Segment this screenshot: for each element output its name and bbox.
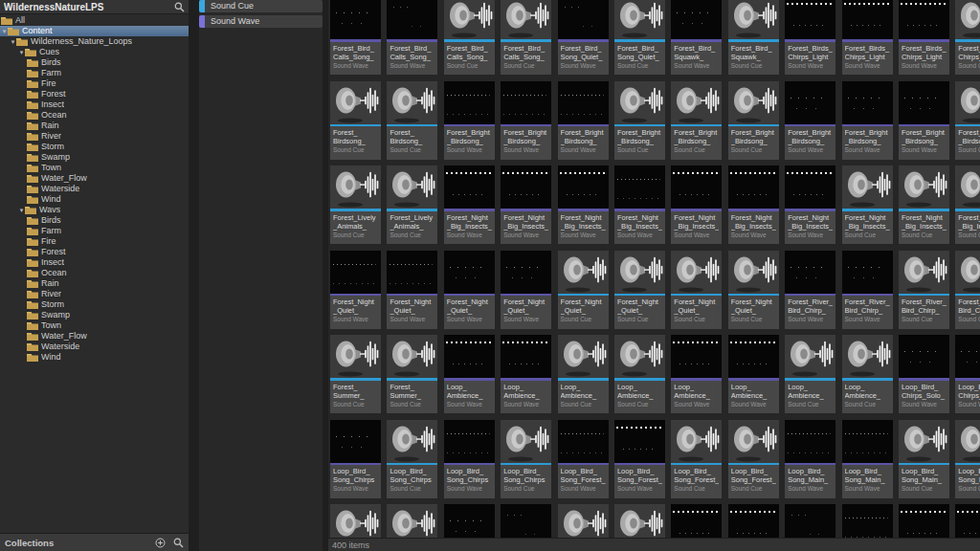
asset-tile[interactable]: Forest_Night _Big_Insects_ Sound Wave	[501, 165, 551, 244]
asset-tile[interactable]: Forest_ Summer_ Sound Cue	[330, 335, 381, 413]
asset-tile[interactable]: Loop_Bird_ Song_Chirps Sound Wave	[330, 420, 381, 498]
asset-tile[interactable]: Loop_Bird_ Song_Main_ Sound Wave	[785, 420, 835, 498]
asset-tile[interactable]: Forest_Night _Big_Insects_ Sound Wave	[558, 165, 609, 244]
asset-tile[interactable]: Loop_ Ambience_ Sound Wave	[444, 335, 495, 413]
tree-item-wind[interactable]: Wind	[0, 352, 189, 363]
asset-tile[interactable]: Loop_ Ambience_ Sound Cue	[842, 335, 893, 413]
asset-tile[interactable]: Loop_ Ambience_ Sound Wave	[728, 335, 779, 413]
asset-tile[interactable]: Forest_Bright _Birdsong_ Sound Wave	[558, 81, 609, 160]
asset-tile[interactable]: Forest_Bird_ Song_Quiet_ Sound Cue	[614, 0, 665, 75]
asset-tile[interactable]: Forest_River_ Bird_Chirp_ Sound Cue	[899, 251, 949, 329]
chevron-down-icon[interactable]: ▾	[10, 36, 16, 47]
asset-tile[interactable]: Forest_River_ Bird_Chirp_ Sound Cue	[955, 251, 980, 329]
asset-tile[interactable]: Loop_Bird_ Song_Chirps Sound Wave	[444, 420, 495, 498]
asset-tile[interactable]: Forest_Night _Big_Insects_ Sound Wave	[785, 165, 835, 244]
tree-item-birds[interactable]: Birds	[0, 215, 189, 226]
tree-item-cues[interactable]: ▾ Cues	[0, 47, 189, 57]
tree-item-fire[interactable]: Fire	[0, 78, 189, 89]
asset-tile[interactable]: Loop_Bird_ Song_Chirps Sound Cue	[501, 420, 551, 498]
asset-tile[interactable]: Forest_Night _Big_Insects_ Sound Cue	[899, 165, 949, 244]
tree-item-ocean[interactable]: Ocean	[0, 268, 189, 278]
asset-tile[interactable]: Loop_Bird_ Song_Forest_ Sound Wave	[558, 420, 609, 498]
asset-tile[interactable]: Forest_Night _Quiet_ Sound Cue	[728, 251, 779, 329]
asset-tile[interactable]: Forest_Night _Quiet_ Sound Cue	[671, 251, 722, 329]
asset-tile[interactable]: Forest_Bird_ Calls_Song_ Sound Wave	[330, 0, 381, 75]
asset-tile[interactable]: Forest_Bird_ Calls_Song_ Sound Cue	[501, 0, 551, 75]
tree-item-insect[interactable]: Insect	[0, 99, 189, 110]
asset-tile[interactable]: Forest_Bright _Birdsong_ Sound Wave	[785, 81, 835, 160]
asset-tile[interactable]: Loop_ Ambience_ Sound Cue	[558, 335, 609, 413]
tree-item-farm[interactable]: Farm	[0, 226, 189, 236]
tree-item-fire[interactable]: Fire	[0, 236, 189, 247]
tree-item-river[interactable]: River	[0, 289, 189, 299]
collections-search-icon[interactable]	[173, 538, 184, 548]
filter-chip-sound-cue[interactable]: Sound Cue	[199, 0, 323, 12]
asset-tile[interactable]: Forest_Bright _Birdsong_ Sound Cue	[728, 81, 779, 160]
tree-item-waterside[interactable]: Waterside	[0, 184, 189, 194]
asset-tile[interactable]: Forest_River_ Bird_Chirp_ Sound Wave	[842, 251, 893, 329]
add-collection-icon[interactable]	[155, 538, 166, 548]
asset-tile[interactable]: Loop_Bird_ Song_Chirps Sound Cue	[387, 420, 437, 498]
asset-tile[interactable]: Forest_Bright _Birdsong_ Sound Cue	[955, 81, 980, 160]
asset-tile[interactable]: Loop_Bird_ Song_Forest_ Sound Cue	[671, 420, 722, 498]
tree-item-water_flow[interactable]: Water_Flow	[0, 331, 189, 342]
tree-item-ocean[interactable]: Ocean	[0, 110, 189, 121]
asset-tile[interactable]: Forest_Night _Big_Insects_ Sound Cue	[842, 165, 893, 244]
asset-tile[interactable]: Forest_Night _Big_Insects_ Sound Wave	[444, 165, 495, 244]
tree-item-water_flow[interactable]: Water_Flow	[0, 173, 189, 184]
asset-tile[interactable]: Loop_Bird_ Song_Forest_ Sound Wave	[614, 420, 665, 498]
asset-tile[interactable]: Forest_Bird_ Song_Quiet_ Sound Wave	[558, 0, 609, 75]
asset-tile[interactable]: Forest_Lively _Animals_ Sound Cue	[330, 165, 381, 244]
asset-tile[interactable]: Loop_Bird_ Song_Main_ Sound Cue	[955, 420, 980, 498]
tree-item-wilderness_nature_loops[interactable]: ▾ Wilderness_Nature_Loops	[0, 36, 189, 47]
chevron-down-icon[interactable]: ▾	[18, 205, 25, 215]
asset-tile[interactable]: Forest_Night _Big_Insects_ Sound Wave	[614, 165, 665, 244]
asset-tile[interactable]: Forest_Night _Big_Insects_ Sound Cue	[955, 165, 980, 244]
asset-tile[interactable]: Forest_Bright _Birdsong_ Sound Wave	[842, 81, 893, 160]
asset-tile[interactable]: Forest_Birds_ Chirps_Light Sound Wave	[842, 0, 893, 75]
asset-tile[interactable]: Forest_Night _Quiet_ Sound Cue	[558, 251, 609, 329]
asset-tile[interactable]: Forest_Bird_ Calls_Song_ Sound Cue	[444, 0, 495, 75]
asset-tile[interactable]: Forest_ Birdsong_ Sound Cue	[387, 81, 437, 160]
tree-item-river[interactable]: River	[0, 131, 189, 142]
asset-tile[interactable]: Forest_Birds_ Chirps_Light Sound Cue	[955, 0, 980, 75]
asset-tile[interactable]: Forest_River_ Bird_Chirp_ Sound Wave	[785, 251, 835, 329]
tree-item-birds[interactable]: Birds	[0, 57, 189, 68]
asset-tile[interactable]: Forest_Birds_ Chirps_Light Sound Wave	[899, 0, 949, 75]
chevron-down-icon[interactable]: ▾	[18, 47, 25, 57]
tree-item-waterside[interactable]: Waterside	[0, 342, 189, 352]
tree-item-swamp[interactable]: Swamp	[0, 310, 189, 320]
asset-tile[interactable]: Forest_Bright _Birdsong_ Sound Wave	[899, 81, 949, 160]
asset-tile[interactable]: Forest_Night _Quiet_ Sound Wave	[330, 251, 381, 329]
sources-search-input[interactable]: WildernessNatureLPS	[4, 2, 174, 12]
asset-tile[interactable]: Loop_ Ambience_ Sound Cue	[785, 335, 835, 413]
tree-item-rain[interactable]: Rain	[0, 278, 189, 289]
asset-tile[interactable]: Forest_ Birdsong_ Sound Cue	[330, 81, 381, 160]
filter-chip-sound-wave[interactable]: Sound Wave	[199, 15, 323, 28]
asset-tile[interactable]: Loop_Bird_ Chirps_Solo_ Sound Wave	[899, 335, 949, 413]
tree-item-insect[interactable]: Insect	[0, 257, 189, 268]
asset-tile[interactable]: Forest_Night _Big_Insects_ Sound Wave	[671, 165, 722, 244]
asset-tile[interactable]: Forest_Bright _Birdsong_ Sound Wave	[501, 81, 551, 160]
asset-tile[interactable]: Loop_Bird_ Song_Main_ Sound Cue	[899, 420, 949, 498]
asset-tile[interactable]: Forest_Night _Quiet_ Sound Cue	[614, 251, 665, 329]
asset-tile[interactable]: Loop_ Ambience_ Sound Cue	[614, 335, 665, 413]
asset-tile[interactable]: Forest_Bright _Birdsong_ Sound Cue	[671, 81, 722, 160]
chevron-down-icon[interactable]: ▾	[1, 26, 8, 36]
asset-tile[interactable]: Forest_Night _Quiet_ Sound Wave	[387, 251, 437, 329]
asset-tile[interactable]: Loop_Bird_ Song_Forest_ Sound Cue	[728, 420, 779, 498]
asset-tile[interactable]: Forest_Bright _Birdsong_ Sound Cue	[614, 81, 665, 160]
asset-tile[interactable]: Forest_Birds_ Chirps_Light Sound Wave	[785, 0, 835, 75]
tree-item-town[interactable]: Town	[0, 320, 189, 331]
asset-tile[interactable]: Loop_ Ambience_ Sound Wave	[501, 335, 551, 413]
tree-item-wind[interactable]: Wind	[0, 194, 189, 205]
asset-tile[interactable]: Forest_Bird_ Squawk_ Sound Cue	[728, 0, 779, 75]
tree-item-all[interactable]: All	[0, 15, 189, 26]
asset-tile[interactable]: Forest_Night _Quiet_ Sound Wave	[444, 251, 495, 329]
tree-item-swamp[interactable]: Swamp	[0, 152, 189, 163]
asset-tile[interactable]: Forest_Bird_ Calls_Song_ Sound Wave	[387, 0, 437, 75]
tree-item-storm[interactable]: Storm	[0, 299, 189, 310]
tree-item-content[interactable]: ▾ Content	[0, 26, 189, 36]
asset-tile[interactable]: Loop_Bird_ Chirps_Solo_ Sound Wave	[955, 335, 980, 413]
asset-tile[interactable]: Forest_Night _Big_Insects_ Sound Wave	[728, 165, 779, 244]
